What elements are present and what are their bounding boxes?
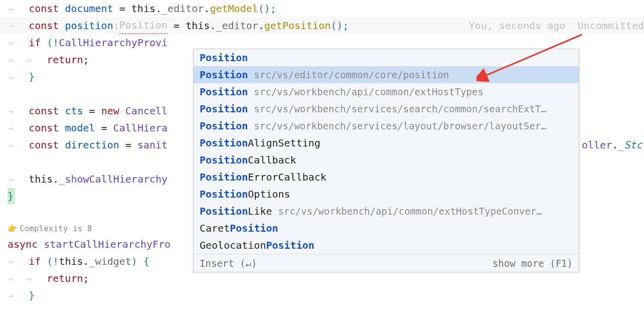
suggestion-item[interactable]: Positionsrc/vs/workbench/api/common/extH… [194,83,579,100]
suggestion-detail: src/vs/workbench/api/common/extHostTypes [254,83,484,100]
punct: = [113,0,131,17]
suggestion-label: PositionCallback [200,151,296,169]
suggestion-label: GeolocationPosition [200,237,314,254]
suggestion-label: Position [200,83,248,100]
suggestion-item[interactable]: PositionAlignSetting [194,134,579,151]
suggestion-status-bar: Insert (↵)show more (F1) [194,254,579,272]
suggestion-item[interactable]: PositionOptions [194,186,579,203]
suggestion-item[interactable]: Positionsrc/vs/editor/common/core/positi… [194,66,579,83]
suggestion-detail: src/vs/editor/common/core/position [254,66,449,83]
suggestion-widget[interactable]: PositionPositionsrc/vs/editor/common/cor… [193,49,579,272]
suggestion-label: PositionLike [200,203,272,220]
keyword: const [29,0,65,17]
code-line[interactable]: → const document = this._editor.getModel… [0,0,644,17]
suggestion-label: Position [200,100,248,117]
suggestion-label: Position [200,117,248,134]
suggestion-label: Position [200,49,248,66]
suggestion-detail: src/vs/workbench/services/search/common/… [254,100,546,117]
call: getModel [210,0,258,17]
suggestion-item[interactable]: GeolocationPosition [194,237,579,254]
suggestion-label: PositionErrorCallback [200,169,327,186]
type-hint-error: Position [119,17,168,35]
suggestion-label: PositionAlignSetting [200,134,320,151]
identifier: document [65,0,113,17]
suggestion-label: CaretPosition [200,220,278,237]
pointing-hand-icon: 👉 [8,220,18,237]
suggestion-item[interactable]: PositionCallback [194,151,579,169]
suggestion-item[interactable]: CaretPosition [194,220,579,237]
suggestion-item[interactable]: PositionErrorCallback [194,169,579,186]
indent-guide: → [8,0,26,17]
code-line[interactable]: → } [0,287,644,304]
suggestion-item[interactable]: Positionsrc/vs/workbench/services/search… [194,100,579,117]
insert-hint[interactable]: Insert (↵) [200,255,257,272]
suggestion-detail: src/vs/workbench/api/common/extHostTypeC… [278,203,542,220]
suggestion-item[interactable]: PositionLikesrc/vs/workbench/api/common/… [194,203,579,220]
suggestion-label: PositionOptions [200,186,290,203]
suggestion-item[interactable]: Position [194,49,579,66]
suggestion-item[interactable]: Positionsrc/vs/workbench/services/layout… [194,117,579,134]
indent-guide: → [8,17,26,34]
code-line[interactable]: → → return; [0,270,644,287]
show-more-hint[interactable]: show more (F1) [493,255,573,272]
property: _editor [162,0,204,17]
suggestion-detail: src/vs/workbench/services/layout/browser… [254,117,546,134]
suggestion-label: Position [200,66,248,83]
this: this [131,0,155,17]
code-lens-text: Complexity is 8 [20,220,92,237]
git-blame: You, seconds ago Uncommitted [469,17,644,34]
code-line-active[interactable]: → const position:Position = this._editor… [0,17,644,34]
